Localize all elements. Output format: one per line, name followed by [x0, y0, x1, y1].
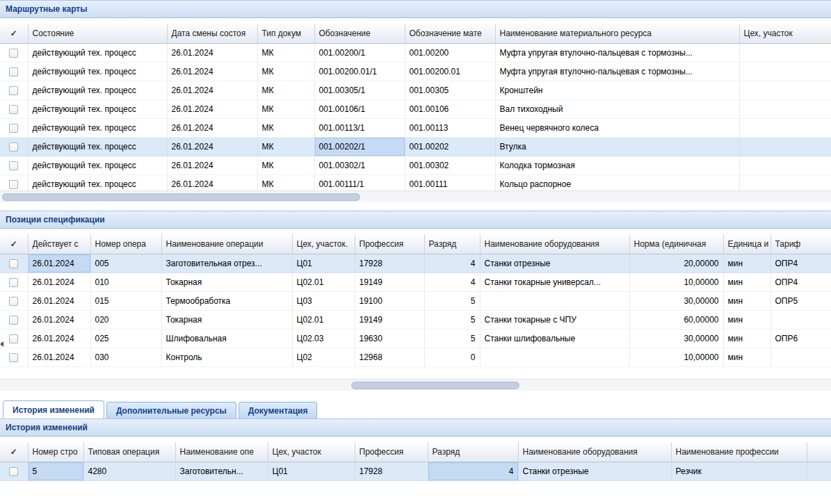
row-checkbox[interactable]: [9, 86, 18, 95]
cell[interactable]: 30,00000: [629, 291, 723, 310]
table-row[interactable]: 26.01.2024015ТермообработкаЦ0319100530,0…: [0, 291, 831, 310]
cell[interactable]: 001.00106/1: [314, 99, 405, 118]
table-row[interactable]: действующий тех. процесс26.01.2024МК001.…: [0, 118, 831, 137]
cell[interactable]: [739, 118, 831, 137]
cell[interactable]: Колодка тормозная: [495, 156, 739, 174]
table-row[interactable]: 54280Заготовительн...Ц01179284Станки отр…: [0, 462, 831, 480]
cell[interactable]: 001.00202/1: [314, 137, 405, 156]
cell[interactable]: Муфта упругая втулочно-пальцевая с тормо…: [495, 43, 739, 62]
column-header[interactable]: Дата смены состоя: [167, 24, 257, 43]
cell[interactable]: Ц02: [292, 348, 355, 366]
cell[interactable]: Станки отрезные: [518, 462, 671, 480]
cell[interactable]: 26.01.2024: [167, 81, 257, 99]
column-header[interactable]: Состояние: [28, 24, 167, 43]
cell[interactable]: действующий тех. процесс: [28, 174, 167, 190]
cell[interactable]: Контроль: [161, 348, 292, 366]
cell[interactable]: действующий тех. процесс: [28, 156, 167, 174]
cell[interactable]: Кольцо распорное: [495, 174, 739, 190]
cell[interactable]: ОПР5: [771, 291, 831, 310]
cell[interactable]: 17928: [355, 462, 428, 480]
cell[interactable]: 5: [424, 291, 480, 310]
cell[interactable]: ОПР4: [771, 254, 831, 273]
table-row[interactable]: 26.01.2024025ШлифовальнаяЦ02.03196305Ста…: [0, 329, 831, 348]
cell[interactable]: МК: [257, 137, 314, 156]
column-header[interactable]: Цех, участок: [268, 442, 355, 462]
cell[interactable]: [739, 137, 831, 156]
row-checkbox[interactable]: [9, 124, 18, 133]
row-checkbox[interactable]: [9, 316, 18, 325]
cell[interactable]: мин: [723, 273, 771, 291]
cell[interactable]: 10,00000: [629, 348, 723, 366]
column-header[interactable]: Профессия: [355, 234, 424, 254]
cell[interactable]: 030: [90, 348, 161, 366]
table-row[interactable]: действующий тех. процесс26.01.2024МК001.…: [0, 174, 831, 190]
select-all-header[interactable]: ✓: [0, 234, 28, 254]
cell[interactable]: 60,00000: [629, 310, 723, 329]
column-header[interactable]: Профессия: [355, 442, 428, 462]
row-checkbox[interactable]: [9, 49, 18, 58]
column-header[interactable]: Тариф: [771, 234, 831, 254]
cell[interactable]: 5: [424, 329, 480, 348]
table-row[interactable]: 26.01.2024010ТокарнаяЦ02.01191494Станки …: [0, 273, 831, 291]
column-header[interactable]: Единица и: [723, 234, 771, 254]
column-header[interactable]: Цех, участок.: [292, 234, 355, 254]
row-checkbox[interactable]: [9, 67, 18, 76]
row-checkbox[interactable]: [9, 161, 18, 170]
cell[interactable]: действующий тех. процесс: [28, 99, 167, 118]
cell[interactable]: 26.01.2024: [167, 174, 257, 190]
cell[interactable]: 001.00111: [405, 174, 495, 190]
cell[interactable]: мин: [723, 291, 771, 310]
cell[interactable]: [739, 43, 831, 62]
cell[interactable]: Токарная: [161, 310, 292, 329]
column-header[interactable]: Наименование материального ресурса: [495, 24, 739, 43]
cell[interactable]: Резчик: [671, 462, 807, 480]
cell[interactable]: мин: [723, 348, 771, 366]
cell[interactable]: 001.00202: [405, 137, 495, 156]
cell[interactable]: действующий тех. процесс: [28, 118, 167, 137]
cell[interactable]: 26.01.2024: [28, 310, 90, 329]
cell[interactable]: 001.00200.01/1: [314, 62, 405, 81]
tab-additional-resources[interactable]: Дополнительные ресурсы: [106, 402, 236, 418]
column-header[interactable]: Наименование оборудования: [480, 234, 629, 254]
cell[interactable]: 4: [424, 273, 480, 291]
column-header[interactable]: Наименование профессии: [671, 442, 807, 462]
row-checkbox[interactable]: [9, 180, 18, 189]
column-header[interactable]: Действует с: [28, 234, 90, 254]
column-header[interactable]: Номер стро: [28, 442, 83, 462]
cell[interactable]: Станки токарные универсал...: [480, 273, 629, 291]
cell[interactable]: действующий тех. процесс: [28, 62, 167, 81]
cell[interactable]: [739, 81, 831, 99]
select-all-header[interactable]: ✓: [0, 442, 28, 462]
table-row[interactable]: действующий тех. процесс26.01.2024МК001.…: [0, 137, 831, 156]
table-row[interactable]: действующий тех. процесс26.01.2024МК001.…: [0, 62, 831, 81]
cell[interactable]: 001.00200: [405, 43, 495, 62]
cell[interactable]: 025: [90, 329, 161, 348]
cell[interactable]: 26.01.2024: [167, 99, 257, 118]
cell[interactable]: 005: [90, 254, 161, 273]
cell[interactable]: 001.00305/1: [314, 81, 405, 99]
tab-documentation[interactable]: Документация: [239, 402, 318, 418]
column-header[interactable]: Разряд: [428, 442, 518, 462]
cell[interactable]: Станки токарные с ЧПУ: [480, 310, 629, 329]
cell[interactable]: МК: [257, 81, 314, 99]
cell[interactable]: [480, 348, 629, 366]
column-header[interactable]: Номер опера: [90, 234, 161, 254]
cell[interactable]: 5: [28, 462, 83, 480]
cell[interactable]: 001.00200.01: [405, 62, 495, 81]
cell[interactable]: ОПР6: [771, 329, 831, 348]
column-header[interactable]: Наименование операции: [161, 234, 292, 254]
cell[interactable]: Заготовительная отрез...: [161, 254, 292, 273]
cell[interactable]: 19630: [355, 329, 424, 348]
cell[interactable]: 4280: [83, 462, 175, 480]
cell[interactable]: Ц02.01: [292, 273, 355, 291]
cell[interactable]: 001.00106: [405, 99, 495, 118]
row-checkbox[interactable]: [9, 278, 18, 287]
column-header[interactable]: Наименование опе: [175, 442, 268, 462]
cell[interactable]: Муфта упругая втулочно-пальцевая с тормо…: [495, 62, 739, 81]
column-header[interactable]: Обозначение мате: [405, 24, 495, 43]
cell[interactable]: 26.01.2024: [167, 156, 257, 174]
table-row[interactable]: действующий тех. процесс26.01.2024МК001.…: [0, 99, 831, 118]
cell[interactable]: Ц02.03: [292, 329, 355, 348]
cell[interactable]: 19100: [355, 291, 424, 310]
cell[interactable]: Кронштейн: [495, 81, 739, 99]
